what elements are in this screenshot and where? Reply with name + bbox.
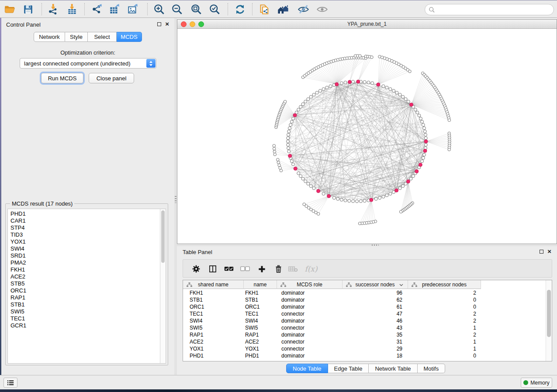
zoom-out-icon xyxy=(171,3,183,15)
network-graph[interactable] xyxy=(177,29,557,244)
table-cell: SWI5 xyxy=(183,324,244,331)
hide-selected-button[interactable] xyxy=(296,2,311,17)
search-field[interactable] xyxy=(425,4,554,15)
table-row[interactable]: ORC1ORC1dominator610 xyxy=(183,303,546,310)
deselect-all-button[interactable] xyxy=(240,264,250,274)
scrollbar-thumb[interactable] xyxy=(547,290,551,337)
mcds-result-item[interactable]: STP4 xyxy=(8,224,160,231)
zoom-fit-icon xyxy=(190,3,202,15)
tab-style[interactable]: Style xyxy=(65,32,88,42)
tab-node-table[interactable]: Node Table xyxy=(286,364,328,373)
duplicate-network-button[interactable] xyxy=(257,2,272,17)
export-network-button[interactable] xyxy=(90,2,104,17)
open-folder-button[interactable] xyxy=(2,2,17,17)
mcds-result-item[interactable]: YOX1 xyxy=(8,238,160,245)
table-cell: 29 xyxy=(343,345,408,352)
delete-table-button[interactable] xyxy=(288,264,298,274)
import-network-button[interactable] xyxy=(46,2,61,17)
table-row[interactable]: STB1STB1dominator620 xyxy=(183,296,546,303)
column-header-shared-name[interactable]: shared name xyxy=(183,280,244,289)
select-all-icon xyxy=(224,266,234,272)
column-layout-button[interactable] xyxy=(208,264,218,274)
tab-network-table[interactable]: Network Table xyxy=(369,364,417,373)
first-neighbors-button[interactable] xyxy=(276,2,291,17)
refresh-button[interactable] xyxy=(232,2,247,17)
tab-network[interactable]: Network xyxy=(34,32,65,42)
mcds-result-item[interactable]: STB1 xyxy=(8,301,160,308)
zoom-in-button[interactable] xyxy=(152,2,166,17)
select-all-button[interactable] xyxy=(224,264,234,274)
import-table-button[interactable] xyxy=(65,2,80,17)
function-builder-button[interactable]: f(x) xyxy=(304,264,318,274)
delete-column-button[interactable] xyxy=(273,264,284,274)
table-cell: 0 xyxy=(408,296,481,303)
mcds-result-item[interactable]: TID3 xyxy=(8,231,160,238)
float-panel-icon[interactable] xyxy=(540,250,543,254)
splitter-grip xyxy=(372,244,379,246)
table-cell: STB1 xyxy=(244,296,277,303)
table-row[interactable]: ACE2ACE2connector311 xyxy=(183,338,546,345)
zoom-out-button[interactable] xyxy=(170,2,184,17)
table-cell: PHD1 xyxy=(183,352,244,359)
network-canvas[interactable] xyxy=(177,29,557,244)
tab-motifs[interactable]: Motifs xyxy=(418,364,446,373)
tab-select[interactable]: Select xyxy=(88,32,117,42)
close-panel-icon[interactable]: × xyxy=(165,22,169,26)
show-all-icon xyxy=(316,3,328,15)
tab-mcds[interactable]: MCDS xyxy=(117,32,142,42)
run-mcds-button[interactable]: Run MCDS xyxy=(41,73,83,83)
close-panel-icon[interactable]: × xyxy=(547,249,551,254)
column-header-predecessor-nodes[interactable]: predecessor nodes xyxy=(408,280,481,289)
save-button[interactable] xyxy=(21,2,35,17)
table-cell: connector xyxy=(277,310,343,317)
memory-label: Memory xyxy=(530,380,549,386)
mcds-result-item[interactable]: ORC1 xyxy=(8,287,160,294)
table-row[interactable]: RAP1RAP1dominator352 xyxy=(183,331,546,338)
float-panel-icon[interactable] xyxy=(157,22,161,26)
add-column-button[interactable] xyxy=(256,264,267,274)
mcds-result-item[interactable]: SRD1 xyxy=(8,252,160,259)
mcds-list-scrollbar[interactable] xyxy=(160,209,166,363)
mcds-result-item[interactable]: SWI4 xyxy=(8,245,160,252)
criterion-dropdown[interactable]: largest connected component (undirected) xyxy=(20,58,156,69)
export-image-button[interactable] xyxy=(125,2,140,17)
settings-gear-button[interactable] xyxy=(191,264,201,274)
mcds-result-item[interactable]: STB5 xyxy=(8,280,160,287)
mcds-result-item[interactable]: SWI5 xyxy=(8,308,160,315)
table-row[interactable]: SWI5SWI5connector431 xyxy=(183,324,546,331)
search-input[interactable] xyxy=(435,7,554,13)
network-window-titlebar[interactable]: YPA_prune.txt_1 xyxy=(177,20,557,29)
task-history-button[interactable] xyxy=(3,378,17,388)
memory-button[interactable]: Memory xyxy=(521,378,552,388)
table-scrollbar[interactable] xyxy=(546,280,552,361)
show-all-button[interactable] xyxy=(315,2,329,17)
deselect-all-icon xyxy=(240,266,250,272)
table-row[interactable]: PHD1PHD1dominator180 xyxy=(183,352,546,359)
mcds-result-item[interactable]: GCR1 xyxy=(8,322,160,329)
mcds-result-item[interactable]: ACE2 xyxy=(8,273,160,280)
mcds-result-item[interactable]: FKH1 xyxy=(8,266,160,273)
mcds-result-listbox: PHD1CAR1STP4TID3YOX1SWI4SRD1PMA2FKH1ACE2… xyxy=(7,209,166,364)
table-row[interactable]: FKH1FKH1dominator962 xyxy=(183,289,546,296)
columns-icon xyxy=(208,265,217,273)
column-header-MCDS-role[interactable]: MCDS role xyxy=(277,280,343,289)
mcds-result-item[interactable]: PHD1 xyxy=(8,210,160,217)
task-list-icon xyxy=(7,380,14,386)
column-header-successor-nodes[interactable]: successor nodes xyxy=(343,280,408,289)
scrollbar-thumb[interactable] xyxy=(161,210,165,263)
export-table-button[interactable] xyxy=(107,2,122,17)
table-row[interactable]: TEC1TEC1connector472 xyxy=(183,310,546,317)
close-panel-button[interactable]: Close panel xyxy=(89,73,134,83)
mcds-result-item[interactable]: PMA2 xyxy=(8,259,160,266)
column-header-name[interactable]: name xyxy=(244,280,277,289)
mcds-result-item[interactable]: TEC1 xyxy=(8,315,160,322)
mcds-result-item[interactable]: RAP1 xyxy=(8,294,160,301)
table-cell: 61 xyxy=(343,303,408,310)
table-row[interactable]: YOX1YOX1connector291 xyxy=(183,345,546,352)
mcds-result-list: PHD1CAR1STP4TID3YOX1SWI4SRD1PMA2FKH1ACE2… xyxy=(8,209,160,363)
zoom-selected-button[interactable] xyxy=(207,2,222,17)
zoom-fit-button[interactable] xyxy=(189,2,204,17)
table-row[interactable]: SWI4SWI4dominator462 xyxy=(183,317,546,324)
tab-edge-table[interactable]: Edge Table xyxy=(328,364,369,373)
mcds-result-item[interactable]: CAR1 xyxy=(8,217,160,224)
